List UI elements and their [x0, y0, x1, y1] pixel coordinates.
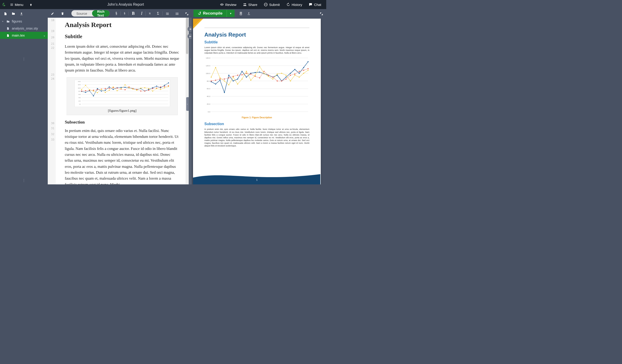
svg-rect-71 [89, 89, 90, 90]
file-main-tex[interactable]: main.tex ⌄ [0, 32, 48, 39]
svg-rect-109 [215, 84, 216, 85]
page-corner-decoration [193, 19, 201, 27]
svg-rect-114 [237, 79, 238, 80]
section-button[interactable]: § [112, 11, 121, 16]
bold-button[interactable]: B [129, 11, 138, 16]
new-file-button[interactable] [2, 10, 8, 16]
review-button[interactable]: Ab Review [217, 0, 240, 9]
svg-rect-146 [277, 81, 278, 82]
menu-button[interactable]: Menu [8, 2, 25, 7]
svg-rect-91 [168, 86, 169, 87]
submit-button[interactable]: Submit [261, 0, 283, 9]
svg-rect-135 [228, 77, 229, 78]
delete-button[interactable] [59, 11, 66, 16]
inline-math-button[interactable]: π [146, 12, 154, 15]
svg-rect-169 [277, 74, 278, 75]
rich-text-document[interactable]: Analysis Report Subtitle Lorem ipsum dol… [56, 18, 189, 184]
svg-rect-153 [308, 68, 309, 69]
svg-point-3 [264, 3, 267, 6]
svg-rect-79 [120, 88, 121, 89]
pdf-preview-pane: Analysis Report Subtitle Lorem ipsum dol… [192, 18, 326, 184]
svg-rect-158 [228, 85, 229, 85]
svg-rect-63 [148, 90, 149, 91]
svg-text:100.0: 100.0 [78, 87, 81, 89]
rename-button[interactable] [49, 11, 56, 16]
panel-drag-handle[interactable] [24, 179, 24, 182]
history-button[interactable]: History [283, 0, 306, 9]
pdf-figure-caption: Figure 1: Figure Description [204, 116, 310, 119]
svg-rect-40 [148, 89, 149, 90]
new-folder-button[interactable] [10, 10, 17, 16]
svg-rect-43 [160, 87, 161, 88]
display-math-button[interactable]: Σ [154, 11, 162, 16]
file-analysis-sty[interactable]: analysis_orax.sty [0, 25, 48, 32]
recompile-dropdown[interactable]: ▼ [227, 10, 235, 17]
toolbar: Source Rich Text § § B I π Σ Recompile [0, 9, 326, 18]
svg-point-5 [176, 13, 176, 14]
svg-text:0.0: 0.0 [79, 104, 81, 105]
svg-rect-128 [299, 73, 300, 74]
line-number: 20 [51, 36, 54, 39]
line-number: 22 [51, 46, 54, 50]
source-mode-tab[interactable]: Source [71, 10, 92, 17]
svg-rect-64 [152, 88, 153, 89]
richtext-mode-tab[interactable]: Rich Text [92, 10, 110, 17]
numbered-list-button[interactable] [163, 11, 172, 16]
svg-rect-116 [246, 77, 247, 78]
svg-rect-74 [101, 89, 102, 90]
line-gutter: 1819202122232430313233 [48, 18, 56, 184]
folder-figures[interactable]: ▸ figures [0, 18, 48, 25]
svg-rect-47 [85, 90, 86, 91]
svg-rect-155 [215, 67, 216, 68]
panel-drag-handle[interactable] [24, 57, 24, 61]
folder-icon [6, 19, 10, 23]
svg-rect-80 [125, 84, 125, 85]
svg-rect-145 [272, 77, 273, 78]
page-number: 1 [193, 179, 321, 181]
svg-rect-86 [148, 88, 149, 89]
editor-fullscreen-button[interactable] [182, 11, 192, 15]
figure-caption: [figures/figure1.png] [69, 109, 175, 113]
svg-rect-175 [303, 73, 304, 74]
line-number: 21 [51, 42, 54, 45]
svg-rect-84 [140, 88, 141, 89]
menu-label: Menu [15, 3, 23, 7]
chat-button[interactable]: Chat [305, 0, 324, 9]
chevron-down-icon[interactable]: ⌄ [43, 34, 45, 37]
pdf-fullscreen-button[interactable] [317, 11, 326, 15]
pane-splitter[interactable]: ➜ ➜ ‹ › [189, 18, 192, 184]
svg-rect-133 [220, 79, 220, 80]
pdf-figure: 0.020.040.060.080.0100.0120.0140.0 [204, 56, 310, 114]
drag-handle-icon [190, 59, 191, 63]
download-pdf-button[interactable] [245, 11, 253, 16]
svg-rect-90 [164, 87, 165, 88]
back-up-button[interactable] [27, 1, 35, 7]
bullet-list-button[interactable] [172, 11, 182, 16]
svg-rect-53 [109, 88, 110, 89]
logs-button[interactable] [237, 11, 245, 16]
svg-rect-87 [152, 91, 153, 91]
italic-button[interactable]: I [138, 11, 146, 16]
subsection-button[interactable]: § [121, 12, 129, 15]
horizontal-rule [204, 28, 310, 28]
svg-rect-164 [255, 75, 256, 76]
collapse-left-handle[interactable]: ‹ [186, 97, 189, 111]
svg-rect-77 [113, 87, 114, 87]
svg-text:20.0: 20.0 [207, 103, 210, 105]
svg-rect-41 [152, 87, 153, 88]
svg-rect-78 [117, 90, 117, 91]
svg-rect-111 [224, 92, 225, 93]
svg-rect-119 [259, 72, 260, 73]
svg-rect-167 [268, 76, 269, 77]
line-number: 19 [51, 30, 54, 33]
recompile-button[interactable]: Recompile ▼ [194, 10, 235, 17]
svg-rect-52 [105, 88, 106, 89]
svg-point-4 [176, 13, 176, 13]
svg-rect-50 [97, 89, 98, 90]
svg-rect-166 [264, 73, 264, 74]
share-button[interactable]: Share [240, 0, 261, 9]
svg-text:40.0: 40.0 [207, 96, 210, 98]
svg-rect-165 [259, 66, 260, 67]
svg-rect-42 [156, 86, 157, 87]
upload-button[interactable] [19, 10, 24, 16]
